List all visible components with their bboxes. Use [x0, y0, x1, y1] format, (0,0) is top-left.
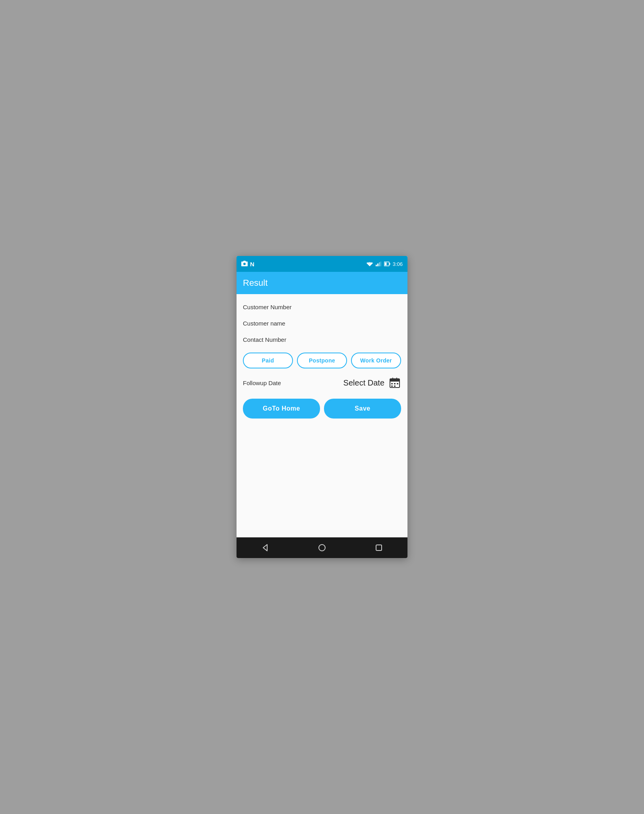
svg-rect-17 [391, 383, 393, 384]
svg-rect-24 [376, 545, 382, 550]
svg-rect-9 [380, 262, 381, 266]
svg-rect-6 [376, 265, 377, 266]
battery-icon [384, 261, 390, 267]
customer-number-label: Customer Number [243, 302, 401, 312]
nav-bar [237, 537, 407, 558]
status-bar-left: N [241, 261, 254, 267]
date-section[interactable]: Select Date [343, 376, 401, 389]
notification-icon: N [250, 261, 254, 267]
customer-name-label: Customer name [243, 318, 401, 328]
paid-button[interactable]: Paid [243, 353, 293, 368]
svg-rect-20 [391, 386, 393, 387]
contact-number-label: Contact Number [243, 335, 401, 345]
recents-button[interactable] [371, 540, 387, 556]
svg-marker-22 [263, 545, 267, 551]
svg-rect-11 [389, 263, 390, 265]
svg-rect-19 [397, 383, 398, 384]
phone-container: N [237, 256, 407, 558]
followup-row: Followup Date Select Date [243, 376, 401, 389]
svg-rect-12 [384, 263, 386, 266]
svg-rect-14 [390, 379, 400, 382]
work-order-button[interactable]: Work Order [351, 353, 401, 368]
followup-label: Followup Date [243, 380, 281, 386]
app-bar: Result [237, 272, 407, 294]
svg-rect-18 [394, 383, 396, 384]
content-area: Customer Number Customer name Contact Nu… [237, 294, 407, 537]
photo-icon [241, 261, 248, 267]
status-bar: N [237, 256, 407, 272]
svg-marker-1 [243, 261, 246, 262]
save-button[interactable]: Save [324, 399, 401, 419]
select-date-text: Select Date [343, 378, 384, 388]
svg-rect-21 [394, 386, 396, 387]
app-bar-title: Result [243, 278, 268, 288]
home-button[interactable] [314, 540, 330, 556]
svg-point-2 [243, 263, 246, 265]
bottom-buttons-row: GoTo Home Save [243, 399, 401, 419]
back-button[interactable] [257, 540, 273, 556]
goto-home-button[interactable]: GoTo Home [243, 399, 320, 419]
svg-rect-7 [377, 264, 378, 266]
status-time: 3:06 [393, 261, 403, 267]
signal-icon [375, 261, 382, 267]
wifi-icon [367, 261, 373, 267]
status-bar-right: 3:06 [367, 261, 403, 267]
svg-point-23 [319, 545, 325, 551]
action-buttons-row: Paid Postpone Work Order [243, 353, 401, 368]
svg-rect-8 [379, 262, 380, 266]
calendar-icon[interactable] [388, 376, 401, 389]
postpone-button[interactable]: Postpone [297, 353, 347, 368]
